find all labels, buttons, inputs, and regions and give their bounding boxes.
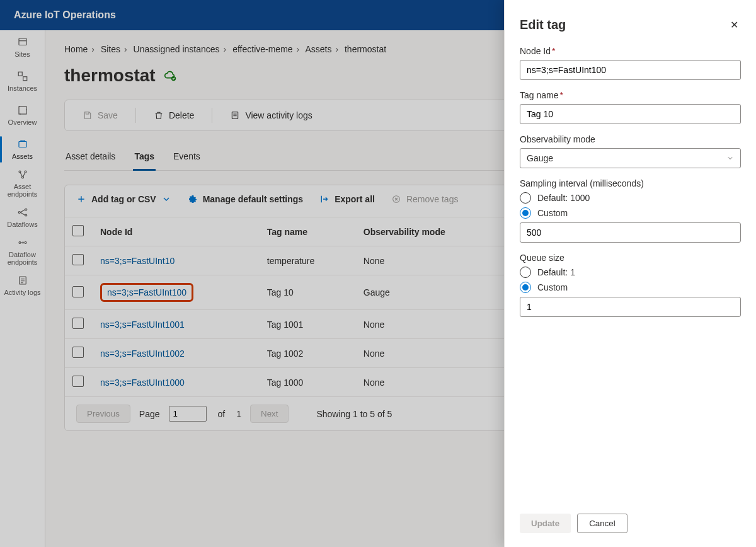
queue-custom-radio[interactable]: Custom — [520, 282, 741, 293]
sidebar-item-overview[interactable]: Overview — [0, 98, 45, 132]
sidebar-item-sites[interactable]: Sites — [0, 30, 45, 64]
breadcrumb-item[interactable]: Sites — [101, 44, 120, 54]
svg-rect-0 — [19, 38, 26, 45]
tag-name-cell: Tag 10 — [260, 275, 356, 310]
svg-rect-1 — [18, 72, 22, 76]
tag-name-cell: temperature — [260, 246, 356, 275]
dataflow-endpoints-icon — [17, 237, 28, 248]
queue-label: Queue size — [520, 253, 741, 263]
plus-icon — [76, 194, 86, 204]
page-total: 1 — [236, 409, 241, 419]
delete-button[interactable]: Delete — [147, 107, 200, 124]
panel-title: Edit tag — [520, 18, 566, 32]
next-button: Next — [250, 405, 289, 423]
obs-mode-cell: None — [356, 368, 505, 397]
close-icon[interactable]: ✕ — [728, 16, 741, 33]
remove-icon — [391, 194, 401, 204]
tag-name-cell: Tag 1000 — [260, 368, 356, 397]
tag-name-cell: Tag 1001 — [260, 310, 356, 339]
col-obs-mode[interactable]: Observability mode — [356, 217, 505, 246]
obs-mode-label: Observability mode — [520, 134, 741, 144]
dataflows-icon — [17, 207, 28, 218]
tag-name-cell: Tag 1002 — [260, 339, 356, 368]
row-checkbox[interactable] — [72, 286, 84, 297]
node-id-cell[interactable]: ns=3;s=FastUInt1000 — [93, 368, 260, 397]
obs-mode-select[interactable]: Gauge — [520, 148, 741, 168]
select-all-checkbox[interactable] — [72, 225, 84, 236]
sidebar-item-label: Activity logs — [4, 289, 40, 296]
sidebar: Sites Instances Overview Assets Asset en… — [0, 30, 45, 547]
svg-point-12 — [19, 242, 21, 244]
cancel-button[interactable]: Cancel — [577, 514, 627, 533]
sidebar-item-assets[interactable]: Assets — [0, 132, 45, 166]
node-id-cell[interactable]: ns=3;s=FastUInt1002 — [93, 339, 260, 368]
row-checkbox[interactable] — [72, 376, 84, 387]
node-id-input[interactable] — [520, 60, 741, 80]
svg-rect-3 — [19, 107, 26, 114]
pager-status: Showing 1 to 5 of 5 — [316, 409, 392, 419]
asset-endpoints-icon — [17, 169, 28, 180]
sidebar-item-dataflows[interactable]: Dataflows — [0, 200, 45, 234]
svg-point-7 — [25, 171, 26, 173]
svg-point-10 — [25, 209, 26, 210]
sampling-value-input[interactable] — [520, 222, 741, 243]
row-checkbox[interactable] — [72, 347, 84, 358]
app-title: Azure IoT Operations — [14, 9, 116, 21]
add-tag-button[interactable]: Add tag or CSV — [76, 194, 171, 204]
col-tag-name[interactable]: Tag name — [260, 217, 356, 246]
chevron-down-icon — [161, 194, 171, 204]
previous-button: Previous — [76, 405, 130, 423]
export-button[interactable]: Export all — [319, 194, 375, 204]
svg-rect-2 — [23, 77, 26, 81]
activity-logs-icon — [17, 275, 28, 286]
tab-events[interactable]: Events — [172, 147, 202, 170]
sidebar-item-label: Dataflows — [7, 221, 37, 228]
save-button: Save — [76, 107, 124, 124]
sidebar-item-dataflow-endpoints[interactable]: Dataflow endpoints — [0, 234, 45, 268]
radio-icon — [520, 267, 531, 278]
svg-point-13 — [25, 242, 26, 244]
node-id-label: Node Id* — [520, 46, 741, 56]
manage-defaults-button[interactable]: Manage default settings — [188, 194, 303, 204]
assets-icon — [17, 139, 28, 150]
sidebar-item-instances[interactable]: Instances — [0, 64, 45, 98]
page-input[interactable] — [169, 406, 207, 422]
sidebar-item-activity-logs[interactable]: Activity logs — [0, 268, 45, 302]
sidebar-item-label: Dataflow endpoints — [1, 251, 43, 266]
queue-default-radio[interactable]: Default: 1 — [520, 267, 741, 278]
breadcrumb-item[interactable]: Home — [64, 44, 88, 54]
node-id-cell[interactable]: ns=3;s=FastUInt1001 — [93, 310, 260, 339]
save-icon — [83, 110, 93, 120]
overview-icon — [17, 105, 28, 116]
node-id-cell[interactable]: ns=3;s=FastUInt10 — [93, 246, 260, 275]
update-button: Update — [520, 514, 571, 533]
breadcrumb-item[interactable]: Unassigned instances — [134, 44, 220, 54]
breadcrumb-item[interactable]: effective-meme — [232, 44, 292, 54]
page-title: thermostat — [64, 66, 156, 86]
tag-name-input[interactable] — [520, 104, 741, 124]
row-checkbox[interactable] — [72, 318, 84, 329]
sampling-label: Sampling interval (milliseconds) — [520, 178, 741, 188]
svg-rect-4 — [19, 107, 26, 114]
instances-icon — [17, 71, 28, 82]
svg-point-8 — [21, 176, 23, 178]
col-node-id[interactable]: Node Id — [93, 217, 260, 246]
sidebar-item-asset-endpoints[interactable]: Asset endpoints — [0, 166, 45, 200]
row-checkbox[interactable] — [72, 254, 84, 265]
trash-icon — [154, 110, 164, 120]
tab-tags[interactable]: Tags — [133, 147, 156, 171]
svg-rect-5 — [19, 142, 26, 147]
node-id-cell[interactable]: ns=3;s=FastUInt100 — [93, 275, 260, 310]
svg-rect-16 — [232, 112, 238, 119]
sites-icon — [17, 37, 28, 48]
sidebar-item-label: Assets — [12, 153, 33, 160]
queue-value-input[interactable] — [520, 297, 741, 317]
svg-point-11 — [25, 214, 26, 216]
view-logs-button[interactable]: View activity logs — [224, 107, 318, 124]
sampling-default-radio[interactable]: Default: 1000 — [520, 192, 741, 204]
sampling-custom-radio[interactable]: Custom — [520, 207, 741, 219]
sidebar-item-label: Overview — [8, 118, 37, 126]
breadcrumb-item[interactable]: Assets — [305, 44, 331, 54]
tab-asset-details[interactable]: Asset details — [64, 147, 117, 170]
breadcrumb-item: thermostat — [345, 44, 386, 54]
